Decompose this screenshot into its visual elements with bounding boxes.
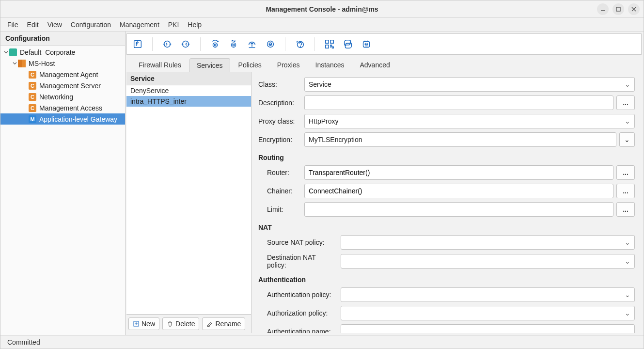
tree-host[interactable]: MS-Host (0, 58, 125, 69)
close-button[interactable] (628, 3, 640, 15)
tree-item-agent[interactable]: C Management Agent (0, 69, 125, 80)
commit-icon[interactable] (132, 38, 143, 50)
component-icon: C (29, 93, 36, 101)
description-more-button[interactable]: ... (616, 95, 635, 110)
menubar: File Edit View Configuration Management … (0, 18, 644, 32)
auth-header: Authentication (258, 276, 635, 284)
chevron-down-icon: ⌄ (625, 257, 630, 265)
sync-gear-icon[interactable] (228, 38, 239, 50)
rename-button[interactable]: Aa Rename (202, 317, 245, 330)
robot-icon[interactable] (361, 38, 372, 50)
authzpol-select[interactable]: ⌄ (341, 306, 635, 320)
view-gear-icon[interactable] (209, 38, 221, 50)
new-button[interactable]: New (128, 317, 159, 330)
proxyclass-label: Proxy class: (258, 117, 299, 125)
svg-rect-1 (616, 7, 620, 11)
upload-icon[interactable] (246, 38, 258, 50)
menu-help[interactable]: Help (188, 21, 202, 29)
python-icon[interactable] (342, 38, 354, 50)
status-text: Committed (7, 338, 40, 346)
chevron-down-icon: ⌄ (625, 291, 630, 299)
menu-management[interactable]: Management (120, 21, 159, 29)
service-list-header: Service (126, 72, 251, 85)
srcnat-label: Source NAT policy: (258, 238, 336, 246)
svg-point-21 (365, 44, 366, 45)
component-icon: C (29, 71, 36, 79)
sidebar-title: Configuration (0, 32, 125, 46)
encryption-input[interactable]: MyTLSEncryption (304, 132, 616, 147)
dstnat-select[interactable]: ⌄ (341, 254, 635, 269)
menu-configuration[interactable]: Configuration (71, 21, 111, 29)
authzpol-label: Authorization policy: (258, 309, 336, 317)
tab-instances[interactable]: Instances (308, 58, 352, 72)
qr-icon[interactable] (324, 38, 335, 50)
tree-root[interactable]: Default_Corporate (0, 47, 125, 58)
menu-view[interactable]: View (47, 21, 62, 29)
service-list: DenyService intra_HTTPS_inter (126, 85, 251, 314)
tab-policies[interactable]: Policies (231, 58, 269, 72)
chainer-label: Chainer: (258, 187, 299, 195)
svg-text:Aa: Aa (207, 324, 210, 327)
link-left-icon[interactable] (161, 38, 173, 50)
plus-icon (133, 320, 140, 327)
authpol-label: Authentication policy: (258, 291, 336, 299)
help-icon[interactable] (294, 38, 306, 50)
tree-item-server[interactable]: C Management Server (0, 80, 125, 91)
toolbar (126, 33, 642, 55)
svg-rect-20 (363, 42, 370, 48)
encryption-label: Encryption: (258, 136, 299, 143)
authname-label: Authentication name: (258, 328, 336, 333)
list-item[interactable]: intra_HTTPS_inter (126, 96, 251, 107)
window-title: Management Console - admin@ms (266, 5, 378, 13)
limit-input[interactable] (304, 202, 613, 217)
chevron-down-icon (11, 61, 18, 65)
statusbar: Committed (0, 335, 644, 349)
srcnat-select[interactable]: ⌄ (341, 235, 635, 250)
description-input[interactable] (304, 95, 613, 110)
chevron-down-icon: ⌄ (624, 136, 630, 143)
chainer-more-button[interactable]: ... (616, 184, 635, 198)
config-tree: Default_Corporate MS-Host C Management A… (0, 46, 125, 335)
tree-item-access[interactable]: C Management Access (0, 102, 125, 113)
router-more-button[interactable]: ... (616, 165, 635, 180)
class-label: Class: (258, 80, 299, 88)
chevron-down-icon: ⌄ (625, 238, 630, 246)
limit-more-button[interactable]: ... (616, 202, 635, 217)
gear-check-icon[interactable] (265, 38, 276, 50)
link-right-icon[interactable] (180, 38, 191, 50)
module-icon: M (29, 115, 36, 123)
routing-header: Routing (258, 154, 635, 161)
svg-point-10 (231, 43, 236, 47)
tab-advanced[interactable]: Advanced (352, 58, 397, 72)
dstnat-label: Destination NAT policy: (258, 254, 336, 269)
list-toolbar: New Delete Aa Rename (126, 314, 251, 333)
limit-label: Limit: (258, 206, 299, 213)
tree-item-networking[interactable]: C Networking (0, 91, 125, 102)
menu-edit[interactable]: Edit (27, 21, 39, 29)
tab-proxies[interactable]: Proxies (270, 58, 307, 72)
authname-input[interactable] (341, 324, 635, 333)
maximize-button[interactable] (613, 3, 624, 15)
svg-rect-18 (330, 40, 333, 43)
minimize-button[interactable] (597, 3, 609, 15)
class-select[interactable]: Service ⌄ (304, 77, 635, 92)
proxyclass-select[interactable]: HttpProxy ⌄ (304, 114, 635, 128)
menu-pki[interactable]: PKI (168, 21, 179, 29)
authpol-select[interactable]: ⌄ (341, 287, 635, 302)
svg-rect-19 (326, 45, 329, 48)
nat-header: NAT (258, 223, 635, 231)
router-label: Router: (258, 169, 299, 176)
chainer-input[interactable] (304, 184, 613, 198)
router-input[interactable] (304, 165, 613, 180)
tab-firewall[interactable]: Firewall Rules (131, 58, 188, 72)
chevron-down-icon: ⌄ (625, 80, 630, 88)
delete-button[interactable]: Delete (162, 317, 199, 330)
chevron-down-icon (2, 50, 9, 54)
list-item[interactable]: DenyService (126, 85, 251, 96)
encryption-dropdown-button[interactable]: ⌄ (619, 132, 635, 147)
tab-services[interactable]: Services (189, 58, 230, 72)
menu-file[interactable]: File (7, 21, 18, 29)
tree-item-gateway[interactable]: M Application-level Gateway (0, 113, 125, 125)
tabbar: Firewall Rules Services Policies Proxies… (126, 57, 642, 72)
svg-point-8 (214, 44, 216, 46)
